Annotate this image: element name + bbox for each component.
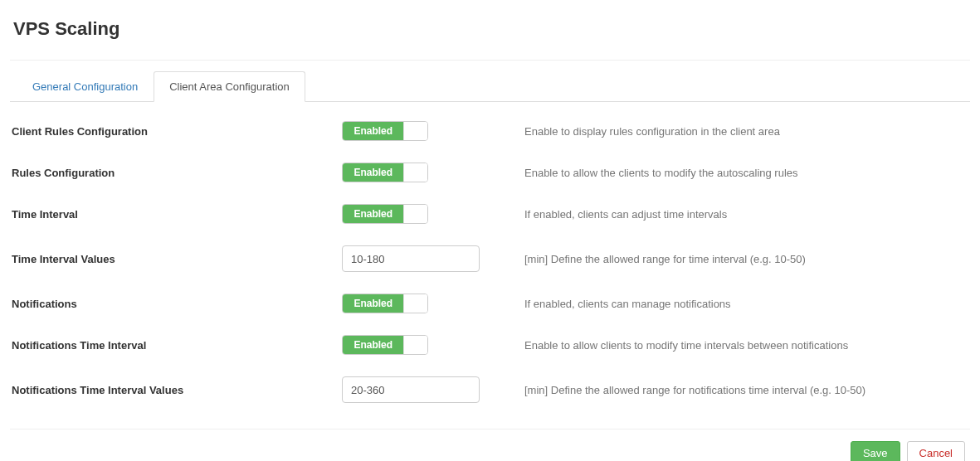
label-rules-configuration: Rules Configuration <box>10 167 342 179</box>
desc-time-interval: If enabled, clients can adjust time inte… <box>508 208 970 221</box>
label-notifications-time-interval: Notifications Time Interval <box>10 339 342 352</box>
toggle-notifications-time-interval[interactable]: Enabled <box>342 335 428 355</box>
tabs: General Configuration Client Area Config… <box>10 70 970 102</box>
row-time-interval-values: Time Interval Values [min] Define the al… <box>10 235 970 283</box>
toggle-handle <box>403 294 427 313</box>
desc-rules-configuration: Enable to allow the clients to modify th… <box>508 167 970 179</box>
label-time-interval-values: Time Interval Values <box>10 253 342 265</box>
desc-client-rules-configuration: Enable to display rules configuration in… <box>508 125 970 138</box>
toggle-handle <box>403 122 427 140</box>
row-notifications-time-interval-values: Notifications Time Interval Values [min]… <box>10 366 970 414</box>
desc-notifications-time-interval: Enable to allow clients to modify time i… <box>508 339 970 352</box>
desc-notifications-time-interval-values: [min] Define the allowed range for notif… <box>508 384 970 396</box>
toggle-handle <box>403 163 427 182</box>
desc-notifications: If enabled, clients can manage notificat… <box>508 298 970 310</box>
footer: Save Cancel <box>10 429 970 461</box>
row-rules-configuration: Rules Configuration Enabled Enable to al… <box>10 152 970 193</box>
toggle-on-label: Enabled <box>343 205 403 223</box>
form-client-area: Client Rules Configuration Enabled Enabl… <box>10 110 970 414</box>
row-time-interval: Time Interval Enabled If enabled, client… <box>10 193 970 235</box>
toggle-on-label: Enabled <box>343 122 403 140</box>
tab-client-area-configuration[interactable]: Client Area Configuration <box>154 71 305 102</box>
toggle-handle <box>403 336 427 354</box>
toggle-client-rules-configuration[interactable]: Enabled <box>342 121 428 141</box>
input-notifications-time-interval-values[interactable] <box>342 376 480 403</box>
toggle-on-label: Enabled <box>343 294 403 313</box>
divider <box>10 60 970 61</box>
row-notifications-time-interval: Notifications Time Interval Enabled Enab… <box>10 324 970 366</box>
tab-general-configuration[interactable]: General Configuration <box>17 71 154 102</box>
toggle-on-label: Enabled <box>343 163 403 182</box>
label-time-interval: Time Interval <box>10 208 342 221</box>
label-notifications-time-interval-values: Notifications Time Interval Values <box>10 384 342 396</box>
toggle-time-interval[interactable]: Enabled <box>342 204 428 224</box>
label-client-rules-configuration: Client Rules Configuration <box>10 125 342 138</box>
desc-time-interval-values: [min] Define the allowed range for time … <box>508 253 970 265</box>
page-title: VPS Scaling <box>10 10 970 60</box>
toggle-notifications[interactable]: Enabled <box>342 294 428 313</box>
toggle-handle <box>403 205 427 223</box>
cancel-button[interactable]: Cancel <box>907 441 965 461</box>
row-notifications: Notifications Enabled If enabled, client… <box>10 283 970 324</box>
toggle-rules-configuration[interactable]: Enabled <box>342 163 428 182</box>
row-client-rules-configuration: Client Rules Configuration Enabled Enabl… <box>10 110 970 152</box>
save-button[interactable]: Save <box>851 441 900 461</box>
toggle-on-label: Enabled <box>343 336 403 354</box>
input-time-interval-values[interactable] <box>342 245 480 272</box>
label-notifications: Notifications <box>10 298 342 310</box>
